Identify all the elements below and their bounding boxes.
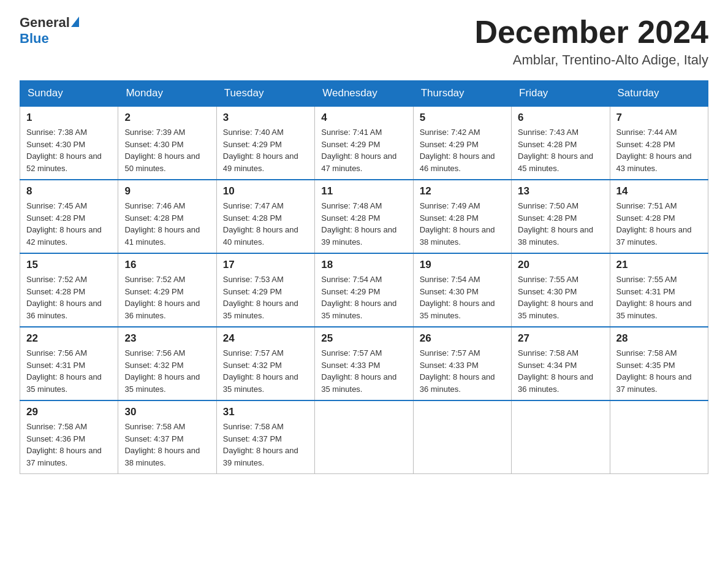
calendar-cell: 14Sunrise: 7:51 AMSunset: 4:28 PMDayligh… — [610, 180, 708, 253]
day-number: 15 — [26, 259, 112, 271]
day-number: 3 — [223, 112, 308, 124]
title-area: December 2024 Amblar, Trentino-Alto Adig… — [474, 15, 708, 68]
calendar-cell: 29Sunrise: 7:58 AMSunset: 4:36 PMDayligh… — [20, 400, 118, 474]
day-number: 5 — [420, 112, 505, 124]
day-number: 14 — [616, 185, 702, 197]
calendar-cell: 13Sunrise: 7:50 AMSunset: 4:28 PMDayligh… — [512, 180, 610, 253]
day-info: Sunrise: 7:41 AMSunset: 4:29 PMDaylight:… — [321, 126, 406, 174]
day-info: Sunrise: 7:52 AMSunset: 4:28 PMDaylight:… — [26, 274, 112, 321]
calendar-cell: 6Sunrise: 7:43 AMSunset: 4:28 PMDaylight… — [512, 106, 610, 180]
day-info: Sunrise: 7:54 AMSunset: 4:30 PMDaylight:… — [420, 274, 505, 321]
day-info: Sunrise: 7:39 AMSunset: 4:30 PMDaylight:… — [124, 126, 210, 174]
calendar-table: SundayMondayTuesdayWednesdayThursdayFrid… — [20, 80, 708, 474]
logo-general: General — [20, 15, 70, 30]
day-info: Sunrise: 7:57 AMSunset: 4:32 PMDaylight:… — [223, 347, 308, 395]
day-number: 18 — [321, 259, 406, 271]
calendar-cell — [610, 400, 708, 474]
day-number: 31 — [223, 406, 308, 418]
calendar-cell: 12Sunrise: 7:49 AMSunset: 4:28 PMDayligh… — [413, 180, 511, 253]
calendar-cell: 27Sunrise: 7:58 AMSunset: 4:34 PMDayligh… — [512, 327, 610, 400]
day-info: Sunrise: 7:46 AMSunset: 4:28 PMDaylight:… — [124, 200, 210, 248]
calendar-cell: 23Sunrise: 7:56 AMSunset: 4:32 PMDayligh… — [118, 327, 216, 400]
day-info: Sunrise: 7:42 AMSunset: 4:29 PMDaylight:… — [420, 126, 505, 174]
calendar-cell: 9Sunrise: 7:46 AMSunset: 4:28 PMDaylight… — [118, 180, 216, 253]
calendar-cell: 20Sunrise: 7:55 AMSunset: 4:30 PMDayligh… — [512, 253, 610, 327]
day-number: 19 — [420, 259, 505, 271]
day-info: Sunrise: 7:48 AMSunset: 4:28 PMDaylight:… — [321, 200, 406, 248]
calendar-cell: 2Sunrise: 7:39 AMSunset: 4:30 PMDaylight… — [118, 106, 216, 180]
calendar-cell: 31Sunrise: 7:58 AMSunset: 4:37 PMDayligh… — [216, 400, 314, 474]
day-number: 21 — [616, 259, 702, 271]
day-number: 27 — [518, 332, 603, 345]
day-info: Sunrise: 7:53 AMSunset: 4:29 PMDaylight:… — [223, 274, 308, 321]
week-row-4: 22Sunrise: 7:56 AMSunset: 4:31 PMDayligh… — [20, 327, 708, 400]
calendar-cell: 1Sunrise: 7:38 AMSunset: 4:30 PMDaylight… — [20, 106, 118, 180]
calendar-cell — [413, 400, 511, 474]
logo: General Blue — [20, 15, 79, 47]
day-number: 4 — [321, 112, 406, 124]
day-info: Sunrise: 7:58 AMSunset: 4:36 PMDaylight:… — [26, 421, 112, 469]
day-info: Sunrise: 7:57 AMSunset: 4:33 PMDaylight:… — [420, 347, 505, 395]
day-info: Sunrise: 7:57 AMSunset: 4:33 PMDaylight:… — [321, 347, 406, 395]
day-number: 11 — [321, 185, 406, 197]
calendar-cell: 22Sunrise: 7:56 AMSunset: 4:31 PMDayligh… — [20, 327, 118, 400]
day-info: Sunrise: 7:52 AMSunset: 4:29 PMDaylight:… — [124, 274, 210, 321]
page-header: General Blue December 2024 Amblar, Trent… — [20, 15, 708, 68]
calendar-cell: 15Sunrise: 7:52 AMSunset: 4:28 PMDayligh… — [20, 253, 118, 327]
header-friday: Friday — [512, 81, 610, 107]
day-info: Sunrise: 7:38 AMSunset: 4:30 PMDaylight:… — [26, 126, 112, 174]
day-number: 30 — [124, 406, 210, 418]
header-row: SundayMondayTuesdayWednesdayThursdayFrid… — [20, 81, 708, 107]
day-number: 20 — [518, 259, 603, 271]
day-info: Sunrise: 7:54 AMSunset: 4:29 PMDaylight:… — [321, 274, 406, 321]
day-number: 13 — [518, 185, 603, 197]
week-row-1: 1Sunrise: 7:38 AMSunset: 4:30 PMDaylight… — [20, 106, 708, 180]
day-info: Sunrise: 7:50 AMSunset: 4:28 PMDaylight:… — [518, 200, 603, 248]
day-number: 23 — [124, 332, 210, 345]
calendar-cell: 28Sunrise: 7:58 AMSunset: 4:35 PMDayligh… — [610, 327, 708, 400]
logo-triangle-icon — [71, 17, 79, 27]
day-number: 17 — [223, 259, 308, 271]
logo-blue: Blue — [20, 31, 79, 47]
calendar-cell: 8Sunrise: 7:45 AMSunset: 4:28 PMDaylight… — [20, 180, 118, 253]
calendar-cell: 7Sunrise: 7:44 AMSunset: 4:28 PMDaylight… — [610, 106, 708, 180]
day-info: Sunrise: 7:58 AMSunset: 4:35 PMDaylight:… — [616, 347, 702, 395]
day-info: Sunrise: 7:55 AMSunset: 4:30 PMDaylight:… — [518, 274, 603, 321]
day-info: Sunrise: 7:49 AMSunset: 4:28 PMDaylight:… — [420, 200, 505, 248]
day-number: 9 — [124, 185, 210, 197]
week-row-5: 29Sunrise: 7:58 AMSunset: 4:36 PMDayligh… — [20, 400, 708, 474]
calendar-cell: 11Sunrise: 7:48 AMSunset: 4:28 PMDayligh… — [315, 180, 413, 253]
location-title: Amblar, Trentino-Alto Adige, Italy — [474, 52, 708, 68]
header-wednesday: Wednesday — [315, 81, 413, 107]
day-number: 8 — [26, 185, 112, 197]
calendar-cell: 25Sunrise: 7:57 AMSunset: 4:33 PMDayligh… — [315, 327, 413, 400]
calendar-cell: 4Sunrise: 7:41 AMSunset: 4:29 PMDaylight… — [315, 106, 413, 180]
day-info: Sunrise: 7:58 AMSunset: 4:37 PMDaylight:… — [223, 421, 308, 469]
calendar-cell: 26Sunrise: 7:57 AMSunset: 4:33 PMDayligh… — [413, 327, 511, 400]
day-number: 26 — [420, 332, 505, 345]
week-row-2: 8Sunrise: 7:45 AMSunset: 4:28 PMDaylight… — [20, 180, 708, 253]
calendar-cell: 24Sunrise: 7:57 AMSunset: 4:32 PMDayligh… — [216, 327, 314, 400]
calendar-cell: 10Sunrise: 7:47 AMSunset: 4:28 PMDayligh… — [216, 180, 314, 253]
day-number: 6 — [518, 112, 603, 124]
calendar-cell: 30Sunrise: 7:58 AMSunset: 4:37 PMDayligh… — [118, 400, 216, 474]
day-info: Sunrise: 7:55 AMSunset: 4:31 PMDaylight:… — [616, 274, 702, 321]
header-saturday: Saturday — [610, 81, 708, 107]
day-number: 10 — [223, 185, 308, 197]
header-monday: Monday — [118, 81, 216, 107]
header-sunday: Sunday — [20, 81, 118, 107]
calendar-cell — [315, 400, 413, 474]
week-row-3: 15Sunrise: 7:52 AMSunset: 4:28 PMDayligh… — [20, 253, 708, 327]
day-number: 22 — [26, 332, 112, 345]
calendar-cell: 3Sunrise: 7:40 AMSunset: 4:29 PMDaylight… — [216, 106, 314, 180]
calendar-cell: 5Sunrise: 7:42 AMSunset: 4:29 PMDaylight… — [413, 106, 511, 180]
day-number: 28 — [616, 332, 702, 345]
day-info: Sunrise: 7:56 AMSunset: 4:31 PMDaylight:… — [26, 347, 112, 395]
day-info: Sunrise: 7:58 AMSunset: 4:34 PMDaylight:… — [518, 347, 603, 395]
day-number: 25 — [321, 332, 406, 345]
calendar-cell: 17Sunrise: 7:53 AMSunset: 4:29 PMDayligh… — [216, 253, 314, 327]
day-info: Sunrise: 7:56 AMSunset: 4:32 PMDaylight:… — [124, 347, 210, 395]
calendar-cell: 16Sunrise: 7:52 AMSunset: 4:29 PMDayligh… — [118, 253, 216, 327]
calendar-cell: 19Sunrise: 7:54 AMSunset: 4:30 PMDayligh… — [413, 253, 511, 327]
calendar-cell: 18Sunrise: 7:54 AMSunset: 4:29 PMDayligh… — [315, 253, 413, 327]
